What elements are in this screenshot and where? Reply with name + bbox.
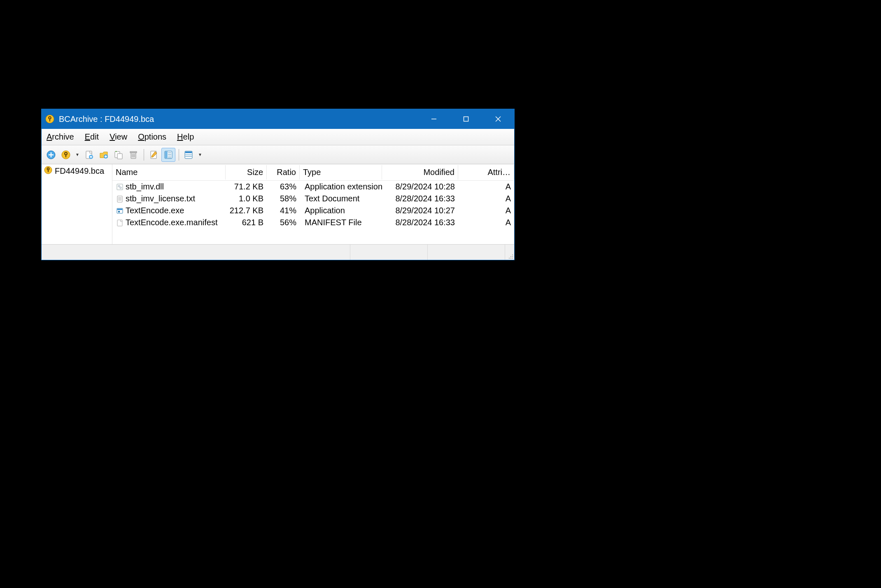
delete-button[interactable] (126, 148, 140, 162)
column-header-name[interactable]: Name (112, 165, 226, 180)
file-icon (116, 207, 124, 215)
file-size: 71.2 KB (226, 181, 267, 192)
open-archive-button[interactable]: ▼ (59, 148, 82, 162)
column-header-attr[interactable]: Attri… (458, 165, 514, 180)
column-header-modified[interactable]: Modified (382, 165, 458, 180)
list-row[interactable]: TextEncode.exe.manifest621 B56%MANIFEST … (112, 217, 514, 229)
svg-point-48 (512, 256, 513, 257)
svg-rect-2 (49, 119, 50, 121)
file-icon (116, 183, 124, 191)
file-attr: A (458, 217, 514, 228)
file-attr: A (458, 181, 514, 192)
content-area: FD44949.bca Name Size Ratio Type Modifie… (42, 164, 514, 244)
add-file-button[interactable] (82, 148, 96, 162)
svg-rect-43 (117, 209, 122, 210)
file-icon (116, 219, 124, 226)
status-cell (428, 245, 505, 260)
file-ratio: 63% (267, 181, 300, 192)
maximize-button[interactable] (450, 109, 482, 129)
file-ratio: 58% (267, 193, 300, 204)
file-name: TextEncode.exe.manifest (126, 218, 217, 227)
file-type: Application extension (300, 181, 382, 192)
dropdown-caret-icon[interactable]: ▼ (75, 152, 79, 157)
column-header-size[interactable]: Size (226, 165, 267, 180)
menu-view[interactable]: View (108, 131, 135, 143)
file-size: 212.7 KB (226, 205, 267, 216)
svg-rect-10 (65, 154, 66, 157)
list-row[interactable]: stb_imv.dll71.2 KB63%Application extensi… (112, 181, 514, 193)
file-size: 1.0 KB (226, 193, 267, 204)
menu-options[interactable]: Options (136, 131, 174, 143)
file-modified: 8/28/2024 16:33 (382, 193, 458, 204)
menu-archive[interactable]: Archive (45, 131, 82, 143)
app-window: BCArchive : FD44949.bca Archive Edit Vie… (41, 109, 515, 260)
properties-button[interactable] (147, 148, 161, 162)
file-attr: A (458, 193, 514, 204)
dropdown-caret-icon[interactable]: ▼ (198, 152, 202, 157)
add-folder-button[interactable] (97, 148, 111, 162)
archive-icon (44, 166, 52, 176)
status-cell (42, 245, 350, 260)
close-button[interactable] (482, 109, 514, 129)
svg-rect-23 (165, 152, 168, 158)
svg-rect-15 (117, 154, 122, 159)
file-modified: 8/28/2024 16:33 (382, 217, 458, 228)
list-row[interactable]: TextEncode.exe212.7 KB41%Application8/29… (112, 205, 514, 217)
file-name: stb_imv_license.txt (126, 194, 195, 203)
file-name: stb_imv.dll (126, 182, 164, 191)
svg-point-49 (509, 258, 510, 259)
tree-root-label: FD44949.bca (55, 166, 104, 176)
app-icon (45, 114, 55, 124)
file-icon (116, 195, 124, 203)
file-modified: 8/29/2024 10:28 (382, 181, 458, 192)
status-cell (350, 245, 428, 260)
svg-point-51 (512, 258, 513, 259)
svg-point-50 (510, 258, 511, 259)
minimize-button[interactable] (418, 109, 450, 129)
toolbar-separator (179, 149, 179, 161)
file-attr: A (458, 205, 514, 216)
titlebar[interactable]: BCArchive : FD44949.bca (42, 109, 514, 129)
svg-rect-44 (118, 211, 120, 212)
menu-help[interactable]: Help (175, 131, 201, 143)
svg-rect-45 (117, 220, 122, 226)
window-title: BCArchive : FD44949.bca (59, 114, 154, 124)
file-type: Application (300, 205, 382, 216)
svg-rect-34 (48, 170, 49, 172)
file-modified: 8/29/2024 10:27 (382, 205, 458, 216)
file-name: TextEncode.exe (126, 206, 184, 215)
list-pane: Name Size Ratio Type Modified Attri… stb… (112, 164, 514, 244)
statusbar (42, 244, 514, 260)
toolbar: ▼ (42, 145, 514, 164)
file-size: 621 B (226, 217, 267, 228)
svg-rect-35 (117, 184, 123, 190)
tree-root-item[interactable]: FD44949.bca (43, 165, 110, 177)
list-rows[interactable]: stb_imv.dll71.2 KB63%Application extensi… (112, 181, 514, 244)
svg-rect-17 (130, 152, 137, 153)
details-view-button[interactable] (161, 148, 175, 162)
svg-point-46 (512, 254, 513, 255)
file-type: Text Document (300, 193, 382, 204)
svg-point-47 (510, 256, 511, 257)
extract-button[interactable] (112, 148, 126, 162)
list-header: Name Size Ratio Type Modified Attri… (112, 164, 514, 181)
svg-rect-4 (464, 117, 468, 121)
tree-pane[interactable]: FD44949.bca (42, 164, 112, 244)
toolbar-separator (144, 149, 144, 161)
menu-edit[interactable]: Edit (83, 131, 106, 143)
file-ratio: 56% (267, 217, 300, 228)
menubar: Archive Edit View Options Help (42, 129, 514, 145)
file-ratio: 41% (267, 205, 300, 216)
view-mode-button[interactable]: ▼ (182, 148, 205, 162)
column-header-ratio[interactable]: Ratio (267, 165, 300, 180)
new-archive-button[interactable] (44, 148, 58, 162)
svg-rect-29 (185, 152, 192, 153)
resize-grip[interactable] (505, 245, 514, 260)
list-row[interactable]: stb_imv_license.txt1.0 KB58%Text Documen… (112, 193, 514, 205)
column-header-type[interactable]: Type (300, 165, 382, 180)
file-type: MANIFEST File (300, 217, 382, 228)
